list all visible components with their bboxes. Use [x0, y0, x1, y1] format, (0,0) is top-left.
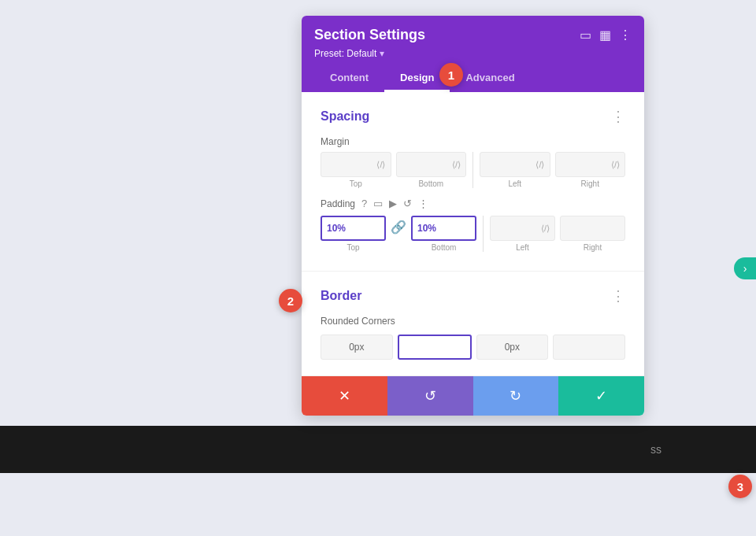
panel-header-top: Section Settings ▭ ▦ ⋮ — [314, 27, 632, 43]
margin-left-group: ⟨/⟩ Left — [480, 152, 550, 188]
spacing-section-header: Spacing ⋮ — [321, 108, 625, 125]
dark-bar-text: ss — [650, 443, 662, 456]
cancel-button[interactable]: ✕ — [302, 376, 387, 416]
more-icon[interactable]: ⋮ — [619, 29, 632, 42]
padding-bottom-group: Bottom — [411, 216, 476, 252]
corner-bl-input[interactable] — [553, 335, 625, 360]
margin-bottom-input[interactable] — [402, 159, 452, 170]
padding-left-input-wrapper[interactable]: ⟨/⟩ — [490, 216, 555, 241]
padding-mobile-icon[interactable]: ▭ — [373, 198, 383, 209]
padding-left-label: Left — [516, 243, 529, 252]
margin-left-input-wrapper[interactable]: ⟨/⟩ — [480, 152, 550, 177]
margin-right-link-icon: ⟨/⟩ — [611, 160, 620, 170]
margin-top-group: ⟨/⟩ Top — [321, 152, 391, 188]
padding-right-input[interactable] — [565, 223, 620, 234]
padding-label-row: Padding ? ▭ ▶ ↺ ⋮ — [321, 198, 625, 209]
padding-bottom-input[interactable] — [417, 223, 470, 234]
corner-tr-input[interactable] — [398, 335, 472, 360]
panel-header: Section Settings ▭ ▦ ⋮ Preset: Default ▾… — [302, 16, 644, 92]
page-background: ss › 1 2 3 Section Settings ▭ ▦ ⋮ Pres — [0, 0, 756, 536]
margin-right-input[interactable] — [561, 159, 611, 170]
badge-2: 2 — [279, 289, 302, 312]
preset-selector[interactable]: Preset: Default ▾ — [314, 48, 632, 59]
padding-right-group: Right — [560, 216, 625, 252]
cancel-icon: ✕ — [339, 387, 350, 405]
undo-button[interactable]: ↺ — [387, 376, 473, 416]
padding-top-label: Top — [346, 243, 359, 252]
padding-label: Padding — [321, 198, 355, 209]
margin-bottom-group: ⟨/⟩ Bottom — [396, 152, 467, 188]
corner-br-input[interactable]: 0px — [476, 335, 549, 360]
padding-cursor-icon[interactable]: ▶ — [389, 198, 397, 209]
margin-top-label: Top — [350, 179, 362, 188]
save-button[interactable]: ✓ — [558, 376, 644, 416]
panel-header-icons: ▭ ▦ ⋮ — [580, 29, 632, 42]
margin-divider — [472, 152, 473, 188]
redo-icon: ↻ — [510, 387, 521, 405]
padding-left-group: ⟨/⟩ Left — [490, 216, 555, 252]
rounded-corners-row: 0px 0px — [321, 335, 625, 360]
padding-bottom-label: Bottom — [432, 243, 457, 252]
rounded-corners-label: Rounded Corners — [321, 316, 625, 327]
padding-field-group: Padding ? ▭ ▶ ↺ ⋮ Top — [321, 198, 625, 252]
padding-bottom-input-wrapper[interactable] — [411, 216, 476, 241]
margin-top-input-wrapper[interactable]: ⟨/⟩ — [321, 152, 391, 177]
split-icon[interactable]: ▦ — [599, 29, 611, 42]
margin-right-group: ⟨/⟩ Right — [555, 152, 626, 188]
margin-label: Margin — [321, 136, 625, 147]
margin-top-input[interactable] — [326, 159, 376, 170]
padding-right-label: Right — [584, 243, 602, 252]
margin-field-group: Margin ⟨/⟩ Top ⟨/⟩ — [321, 136, 625, 188]
border-section: Border ⋮ Rounded Corners 0px 0px — [302, 272, 644, 376]
margin-left-link-icon: ⟨/⟩ — [536, 160, 544, 170]
padding-top-input[interactable] — [327, 223, 380, 234]
tab-content[interactable]: Content — [314, 65, 384, 92]
save-icon: ✓ — [595, 387, 607, 405]
padding-top-group: Top — [321, 216, 386, 252]
corner-tl-input[interactable]: 0px — [321, 335, 393, 360]
border-section-header: Border ⋮ — [321, 287, 625, 305]
padding-inputs-row: Top 🔗 Bottom — [321, 216, 625, 252]
padding-divider — [483, 216, 484, 252]
margin-right-input-wrapper[interactable]: ⟨/⟩ — [555, 152, 626, 177]
panel-body: Spacing ⋮ Margin ⟨/⟩ Top — [302, 92, 644, 376]
side-arrow-button[interactable]: › — [734, 257, 756, 279]
spacing-section-title: Spacing — [321, 109, 369, 124]
dark-bar: ss — [0, 426, 756, 473]
padding-left-input[interactable] — [495, 223, 541, 234]
margin-top-link-icon: ⟨/⟩ — [376, 160, 385, 170]
padding-undo-icon[interactable]: ↺ — [403, 198, 412, 209]
margin-bottom-link-icon: ⟨/⟩ — [452, 160, 461, 170]
redo-button[interactable]: ↻ — [473, 376, 559, 416]
padding-left-link-icon: ⟨/⟩ — [541, 224, 550, 234]
panel-footer: ✕ ↺ ↻ ✓ — [302, 376, 644, 416]
padding-link-icon[interactable]: 🔗 — [391, 216, 406, 252]
panel-tabs: Content Design Advanced — [314, 65, 632, 92]
padding-top-input-wrapper[interactable] — [321, 216, 386, 241]
margin-bottom-label: Bottom — [418, 179, 443, 188]
panel-title: Section Settings — [314, 27, 425, 43]
margin-bottom-input-wrapper[interactable]: ⟨/⟩ — [396, 152, 467, 177]
side-arrow-icon: › — [743, 262, 747, 275]
margin-left-input[interactable] — [485, 159, 536, 170]
padding-more-icon[interactable]: ⋮ — [418, 198, 428, 209]
padding-right-input-wrapper[interactable] — [560, 216, 625, 241]
margin-right-label: Right — [581, 179, 599, 188]
margin-inputs-row: ⟨/⟩ Top ⟨/⟩ Bottom — [321, 152, 625, 188]
settings-panel: Section Settings ▭ ▦ ⋮ Preset: Default ▾… — [302, 16, 644, 416]
undo-icon: ↺ — [424, 387, 436, 405]
spacing-menu-icon[interactable]: ⋮ — [611, 108, 625, 125]
expand-icon[interactable]: ▭ — [580, 29, 591, 42]
border-menu-icon[interactable]: ⋮ — [611, 287, 625, 305]
spacing-section: Spacing ⋮ Margin ⟨/⟩ Top — [302, 92, 644, 272]
margin-left-label: Left — [508, 179, 521, 188]
border-section-title: Border — [321, 289, 361, 303]
padding-help-icon[interactable]: ? — [361, 198, 367, 209]
badge-3: 3 — [728, 475, 752, 498]
badge-1: 1 — [439, 63, 463, 87]
